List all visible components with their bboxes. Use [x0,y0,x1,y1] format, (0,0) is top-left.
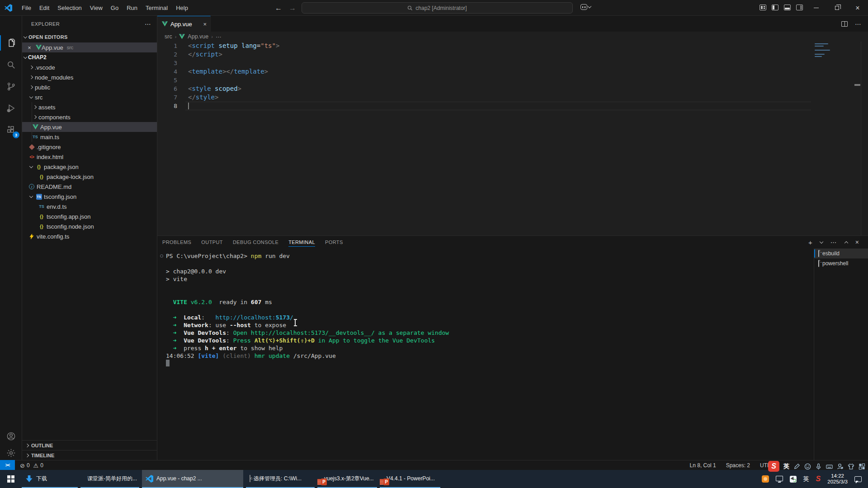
warnings-icon[interactable]: ⚠ [33,462,39,469]
tab-close-icon[interactable]: × [203,21,207,28]
tree-item-tsconfig-app-json[interactable]: {}tsconfig.app.json [22,211,157,221]
open-editor-item[interactable]: × App.vue src [22,42,157,52]
search-icon[interactable] [0,55,22,75]
tree-item--gitignore[interactable]: .gitignore [22,142,157,152]
terminal-output[interactable]: PS C:\vueProject\chap2> npm run dev> cha… [157,249,814,460]
breadcrumb-item[interactable]: ⋯ [216,33,222,40]
minimap[interactable] [813,42,861,235]
toggle-secondary-sidebar-icon[interactable] [796,5,803,10]
outline-section[interactable]: OUTLINE [22,440,157,450]
window-close-button[interactable]: × [847,0,868,16]
menu-edit[interactable]: Edit [35,5,53,11]
ime-emoji-icon[interactable] [804,463,811,470]
warnings-count[interactable]: 0 [40,462,43,469]
cursor-position[interactable]: Ln 8, Col 1 [690,462,716,469]
tree-item-assets[interactable]: assets [22,102,157,112]
close-editor-icon[interactable]: × [26,44,33,51]
panel-close-icon[interactable]: × [855,239,859,246]
tree-item-components[interactable]: components [22,112,157,122]
terminal-instance-esbuild[interactable]: esbuild [814,249,868,258]
errors-icon[interactable]: ⊘ [20,462,25,469]
tray-clock[interactable]: 14:22 2025/3/3 [827,473,848,485]
tray-display-icon[interactable] [776,476,783,481]
tree-item-tsconfig-json[interactable]: TStsconfig.json [22,192,157,202]
tray-ime-language[interactable]: 英 [803,475,809,483]
window-minimize-button[interactable] [806,0,826,16]
remote-indicator[interactable]: >< [0,460,15,470]
start-button[interactable] [0,470,22,488]
notification-center-icon[interactable] [854,476,862,482]
explorer-icon[interactable] [0,33,22,53]
taskbar-button-cmd[interactable]: 选择管理员: C:\Wi... [246,470,315,488]
tree-item-tsconfig-node-json[interactable]: {}tsconfig.node.json [22,221,157,231]
breadcrumb-item[interactable]: App.vue [188,33,208,40]
split-editor-icon[interactable] [841,21,848,27]
tree-item-public[interactable]: public [22,82,157,92]
ime-pen-icon[interactable] [793,463,800,470]
command-center-search[interactable]: chap2 [Administrator] [302,2,573,14]
tree-item-index-html[interactable]: <>index.html [22,152,157,162]
nav-back-icon[interactable]: ← [275,4,282,12]
breadcrumb[interactable]: src›App.vue›⋯ [157,32,868,42]
panel-maximize-icon[interactable] [844,241,848,244]
tray-mouse-icon[interactable] [790,476,797,483]
menu-view[interactable]: View [86,5,107,11]
taskbar-button-vscode[interactable]: App.vue - chap2 ... [142,470,243,488]
tree-item-main-ts[interactable]: TSmain.ts [22,132,157,142]
open-editors-section[interactable]: OPEN EDITORS [22,32,157,42]
nav-forward-icon[interactable]: → [289,4,296,12]
panel-tab-terminal[interactable]: TERMINAL [288,236,315,249]
menu-file[interactable]: File [18,5,35,11]
sogou-icon[interactable]: S [768,461,779,472]
ime-skin-icon[interactable] [848,463,854,470]
tree-item-node-modules[interactable]: node_modules [22,72,157,82]
taskbar-button-chrome[interactable]: 课堂派-简单好用的... [80,470,139,488]
menu-go[interactable]: Go [107,5,123,11]
ime-account-icon[interactable] [837,463,844,470]
taskbar-button-download[interactable]: 下载 [22,470,78,488]
tree-item-env-d-ts[interactable]: TSenv.d.ts [22,202,157,211]
menu-help[interactable]: Help [172,5,192,11]
new-terminal-icon[interactable]: + [808,239,812,246]
taskbar-button-ppt[interactable]: PV4.4.1 - PowerPoi... [380,470,440,488]
project-root[interactable]: CHAP2 [22,52,157,62]
tree-item-vite-config-ts[interactable]: vite.config.ts [22,231,157,241]
panel-tab-ports[interactable]: PORTS [325,236,343,249]
toggle-panel-icon[interactable] [784,5,791,10]
taskbar-button-ppt[interactable]: Pvuejs3.x-第2章Vue... [317,470,377,488]
terminal-instance-powershell[interactable]: powershell [814,258,868,268]
tree-item-src[interactable]: src [22,92,157,102]
tree-item--vscode[interactable]: .vscode [22,62,157,72]
source-control-icon[interactable] [0,76,22,96]
ime-keyboard-icon[interactable] [826,463,833,470]
ime-language[interactable]: 英 [783,462,789,470]
editor-more-icon[interactable]: ⋯ [855,20,862,28]
breadcrumb-item[interactable]: src [165,33,172,40]
menu-selection[interactable]: Selection [53,5,85,11]
errors-count[interactable]: 0 [27,462,30,469]
extensions-icon[interactable]: 3 [0,120,22,140]
indentation[interactable]: Spaces: 2 [726,462,750,469]
tree-item-readme-md[interactable]: iREADME.md [22,182,157,192]
run-debug-icon[interactable] [0,98,22,118]
tray-app-icon[interactable] [762,475,769,483]
explorer-more-icon[interactable]: ⋯ [145,20,151,28]
ime-mic-icon[interactable] [815,463,822,470]
panel-tab-output[interactable]: OUTPUT [201,236,223,249]
tab-app-vue[interactable]: App.vue × [157,16,211,32]
terminal-dropdown-icon[interactable] [820,239,823,243]
timeline-section[interactable]: TIMELINE [22,450,157,460]
panel-tab-debug-console[interactable]: DEBUG CONSOLE [233,236,278,249]
menu-run[interactable]: Run [123,5,142,11]
toggle-sidebar-icon[interactable] [772,5,778,10]
ime-toolbox-icon[interactable] [859,463,865,470]
tree-item-app-vue[interactable]: App.vue [22,122,157,132]
customize-layout-icon[interactable] [760,5,766,10]
window-restore-button[interactable] [826,0,847,16]
tree-item-package-lock-json[interactable]: {}package-lock.json [22,172,157,182]
code-editor[interactable]: 1<script setup lang="ts">2</script>34<te… [157,42,868,235]
command-decoration-icon[interactable] [160,254,163,258]
tree-item-package-json[interactable]: {}package.json [22,162,157,172]
tray-sogou-icon[interactable]: S [816,475,821,483]
panel-tab-problems[interactable]: PROBLEMS [162,236,191,249]
